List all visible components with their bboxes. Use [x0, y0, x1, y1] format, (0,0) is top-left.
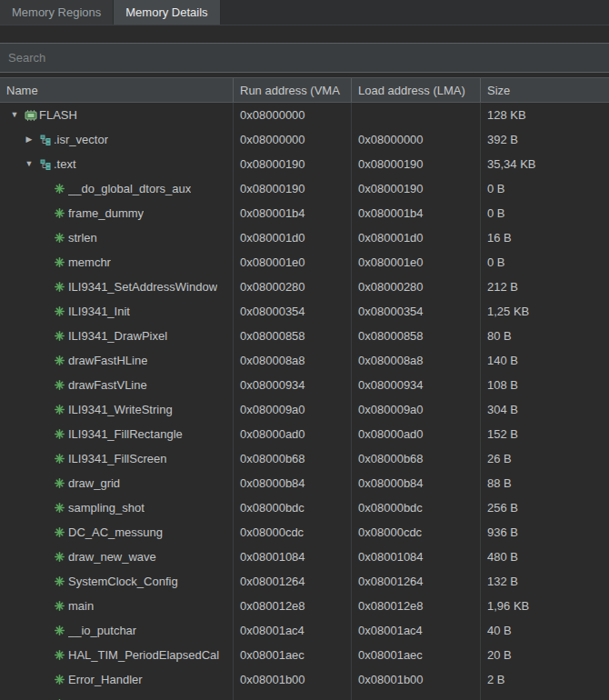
tree-indent	[0, 311, 36, 312]
memory-tree-table: ▼ FLASH 0x08000000 128 KB ▶	[0, 103, 609, 700]
row-name-label: drawFastVLine	[68, 378, 147, 392]
table-row[interactable]: __io_putchar 0x08001ac4 0x08001ac4 40 B	[0, 618, 609, 643]
table-row[interactable]: __do_global_dtors_aux 0x08000190 0x08000…	[0, 176, 609, 201]
tree-indent	[0, 679, 36, 680]
name-cell: sampling_shot	[0, 495, 233, 520]
size-cell: 20 B	[480, 643, 609, 667]
load-address-cell: 0x08001264	[351, 569, 480, 594]
name-cell: __io_putchar	[0, 618, 233, 643]
name-cell: ILI9341_WriteString	[0, 397, 233, 422]
row-name-label: .text	[54, 157, 76, 171]
symbol-icon	[51, 429, 68, 439]
load-address-cell: 0x08000cdc	[351, 520, 480, 545]
memory-details-view: Memory Regions Memory Details Name Run a…	[0, 0, 609, 700]
toolbar-spacer	[0, 25, 609, 43]
name-cell: SystemClock_Config	[0, 569, 233, 594]
load-address-cell: 0x08001ac4	[351, 618, 480, 643]
column-header-load-address[interactable]: Load address (LMA)	[351, 78, 480, 102]
run-address-cell: 0x08000280	[233, 275, 351, 299]
run-address-cell	[233, 692, 351, 700]
column-header-name[interactable]: Name	[0, 78, 233, 102]
tree-indent	[0, 360, 36, 361]
run-address-cell: 0x08000190	[233, 152, 351, 176]
expander-icon[interactable]: ▼	[7, 103, 22, 127]
size-cell: 936 B	[480, 520, 609, 545]
name-cell: strlen	[0, 225, 233, 250]
table-row[interactable]: HAL_TIM_PeriodElapsedCal 0x08001aec 0x08…	[0, 643, 609, 667]
symbol-icon	[51, 601, 68, 611]
run-address-cell: 0x08000354	[233, 299, 351, 324]
name-cell: HAL_TIM_PeriodElapsedCal	[0, 643, 233, 667]
load-address-cell: 0x080009a0	[351, 397, 480, 422]
name-cell: ILI9341_Init	[0, 299, 233, 324]
tree-indent	[0, 139, 22, 140]
load-address-cell: 0x08000190	[351, 176, 480, 201]
tab-memory-regions[interactable]: Memory Regions	[0, 0, 114, 25]
size-cell: 0 B	[480, 250, 609, 275]
size-cell: 256 B	[480, 495, 609, 520]
load-address-cell: 0x080001d0	[351, 225, 480, 250]
column-header-run-address[interactable]: Run address (VMA	[233, 78, 351, 102]
load-address-cell: 0x08000190	[351, 152, 480, 176]
expander-icon[interactable]: ▶	[22, 127, 36, 152]
tree-indent	[0, 630, 36, 631]
row-name-label: draw_grid	[68, 476, 120, 490]
table-row[interactable]: drawFastVLine 0x08000934 0x08000934 108 …	[0, 373, 609, 397]
tree-indent	[0, 581, 36, 582]
symbol-icon	[51, 527, 68, 537]
column-header-run-address-label: Run address (VMA	[240, 84, 340, 97]
tree-indent	[0, 605, 36, 606]
table-row[interactable]: ▼ FLASH 0x08000000 128 KB	[0, 103, 609, 127]
table-row[interactable]: sampling_shot 0x08000bdc 0x08000bdc 256 …	[0, 495, 609, 520]
table-row[interactable]: Error_Handler 0x08001b00 0x08001b00 2 B	[0, 667, 609, 692]
tab-memory-details[interactable]: Memory Details	[114, 0, 220, 25]
tree-indent	[0, 286, 36, 287]
table-row[interactable]: main 0x080012e8 0x080012e8 1,96 KB	[0, 594, 609, 618]
table-row[interactable]: ILI9341_DrawPixel 0x08000858 0x08000858 …	[0, 324, 609, 348]
run-address-cell: 0x08001b00	[233, 667, 351, 692]
row-name-label: main	[68, 599, 94, 613]
symbol-icon	[51, 576, 68, 586]
table-row[interactable]: draw_new_wave 0x08001084 0x08001084 480 …	[0, 545, 609, 569]
row-name-label: .isr_vector	[54, 133, 108, 146]
name-cell: memchr	[0, 250, 233, 275]
table-row[interactable]: ILI9341_WriteString 0x080009a0 0x080009a…	[0, 397, 609, 422]
table-row[interactable]: ILI9341_Init 0x08000354 0x08000354 1,25 …	[0, 299, 609, 324]
table-row[interactable]: frame_dummy 0x080001b4 0x080001b4 0 B	[0, 201, 609, 225]
run-address-cell: 0x080009a0	[233, 397, 351, 422]
size-cell: 88 B	[480, 471, 609, 495]
tree-indent	[0, 556, 36, 557]
load-address-cell: 0x08000bdc	[351, 495, 480, 520]
load-address-cell	[351, 103, 480, 127]
size-cell: 128 KB	[480, 103, 609, 127]
table-row[interactable]: SystemClock_Config 0x08001264 0x08001264…	[0, 569, 609, 594]
table-row[interactable]: DC_AC_messung 0x08000cdc 0x08000cdc 936 …	[0, 520, 609, 545]
table-row[interactable]: ILI9341_FillScreen 0x08000b68 0x08000b68…	[0, 446, 609, 471]
tree-indent	[0, 188, 36, 189]
column-header-size[interactable]: Size	[480, 78, 609, 102]
table-row[interactable]: memchr 0x080001e0 0x080001e0 0 B	[0, 250, 609, 275]
table-row[interactable]: ▶ .isr_vector 0x08000000 0x08000000 392 …	[0, 127, 609, 152]
table-row[interactable]: drawFastHLine 0x080008a8 0x080008a8 140 …	[0, 348, 609, 373]
size-cell: 304 B	[480, 397, 609, 422]
name-cell: Error_Handler	[0, 667, 233, 692]
table-row[interactable]: ILI9341_FillRectangle 0x08000ad0 0x08000…	[0, 422, 609, 446]
table-row[interactable]: draw_grid 0x08000b84 0x08000b84 88 B	[0, 471, 609, 495]
table-row[interactable]: strlen 0x080001d0 0x080001d0 16 B	[0, 225, 609, 250]
row-name-label: memchr	[68, 255, 111, 269]
table-row[interactable]	[0, 692, 609, 700]
name-cell: drawFastVLine	[0, 373, 233, 397]
load-address-cell: 0x08000ad0	[351, 422, 480, 446]
table-row[interactable]: ▼ .text 0x08000190 0x08000190 35,34 KB	[0, 152, 609, 176]
symbol-icon	[51, 650, 68, 660]
tree-indent	[0, 237, 36, 238]
table-header: Name Run address (VMA Load address (LMA)…	[0, 77, 609, 103]
expander-icon[interactable]: ▼	[22, 152, 36, 176]
name-cell: frame_dummy	[0, 201, 233, 225]
search-input[interactable]	[0, 44, 609, 72]
section-icon	[36, 135, 54, 145]
run-address-cell: 0x08000b68	[233, 446, 351, 471]
run-address-cell: 0x08000000	[233, 127, 351, 152]
load-address-cell	[351, 692, 480, 700]
table-row[interactable]: ILI9341_SetAddressWindow 0x08000280 0x08…	[0, 275, 609, 299]
